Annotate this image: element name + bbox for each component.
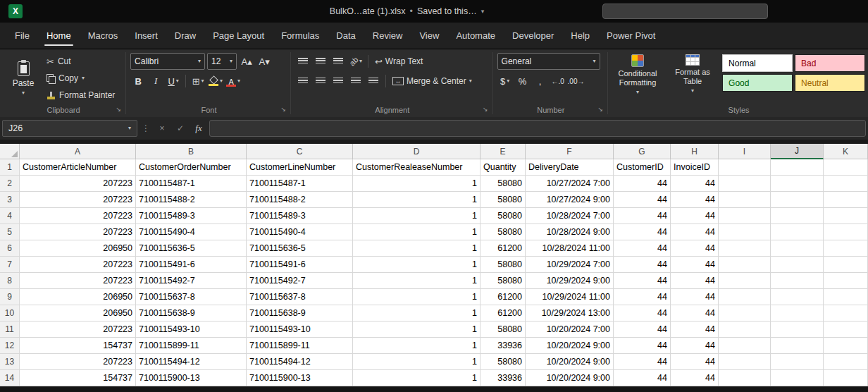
cell-B4[interactable]: 7100115489-3 bbox=[136, 208, 247, 224]
cell-G2[interactable]: 44 bbox=[614, 176, 671, 192]
orientation-button[interactable]: ab ▾ bbox=[348, 53, 364, 70]
cell-F10[interactable]: 10/29/2024 13:00 bbox=[526, 305, 614, 321]
cell-A7[interactable]: 207223 bbox=[20, 257, 136, 273]
cell-K4[interactable] bbox=[824, 208, 868, 224]
cell-C11[interactable]: 7100115493-10 bbox=[247, 321, 353, 338]
cell-B14[interactable]: 7100115900-13 bbox=[136, 370, 247, 386]
cell-C3[interactable]: 7100115488-2 bbox=[247, 192, 353, 208]
cell-I12[interactable] bbox=[719, 338, 771, 354]
column-header-C[interactable]: C bbox=[247, 144, 353, 159]
decrease-indent-button[interactable] bbox=[348, 73, 364, 90]
cell-K2[interactable] bbox=[824, 176, 868, 192]
cell-B13[interactable]: 7100115494-12 bbox=[136, 354, 247, 370]
cell-C14[interactable]: 7100115900-13 bbox=[247, 370, 353, 386]
row-header-9[interactable]: 9 bbox=[0, 289, 20, 305]
cell-J12[interactable] bbox=[771, 338, 824, 354]
cell-J10[interactable] bbox=[771, 305, 824, 321]
cell-D8[interactable]: 1 bbox=[353, 273, 480, 289]
cell-H10[interactable]: 44 bbox=[671, 305, 719, 321]
cell-K6[interactable] bbox=[824, 240, 868, 257]
cell-I7[interactable] bbox=[719, 257, 771, 273]
align-left-button[interactable] bbox=[295, 73, 311, 90]
cell-D11[interactable]: 1 bbox=[353, 321, 480, 338]
cell-I9[interactable] bbox=[719, 289, 771, 305]
cell-style-bad[interactable]: Bad bbox=[795, 54, 865, 72]
row-header-13[interactable]: 13 bbox=[0, 354, 20, 370]
cell-J7[interactable] bbox=[771, 257, 824, 273]
cell-E3[interactable]: 58080 bbox=[480, 192, 526, 208]
row-header-10[interactable]: 10 bbox=[0, 305, 20, 321]
cell-C12[interactable]: 7100115899-11 bbox=[247, 338, 353, 354]
cell-C8[interactable]: 7100115492-7 bbox=[247, 273, 353, 289]
cell-H8[interactable]: 44 bbox=[671, 273, 719, 289]
tab-power-pivot[interactable]: Power Pivot bbox=[599, 23, 663, 49]
cell-B8[interactable]: 7100115492-7 bbox=[136, 273, 247, 289]
column-header-J[interactable]: J bbox=[771, 144, 824, 159]
tab-draw[interactable]: Draw bbox=[167, 23, 204, 49]
cell-A2[interactable]: 207223 bbox=[20, 176, 136, 192]
cell-E13[interactable]: 58080 bbox=[480, 354, 526, 370]
cell-J1[interactable] bbox=[771, 159, 824, 176]
cell-G11[interactable]: 44 bbox=[614, 321, 671, 338]
cell-C2[interactable]: 7100115487-1 bbox=[247, 176, 353, 192]
cell-K11[interactable] bbox=[824, 321, 868, 338]
cell-A6[interactable]: 206950 bbox=[20, 240, 136, 257]
cell-J13[interactable] bbox=[771, 354, 824, 370]
cell-E9[interactable]: 61200 bbox=[480, 289, 526, 305]
cell-E6[interactable]: 61200 bbox=[480, 240, 526, 257]
cell-C6[interactable]: 7100115636-5 bbox=[247, 240, 353, 257]
cell-A5[interactable]: 207223 bbox=[20, 224, 136, 240]
cell-H11[interactable]: 44 bbox=[671, 321, 719, 338]
align-bottom-button[interactable] bbox=[330, 53, 346, 70]
column-header-F[interactable]: F bbox=[526, 144, 614, 159]
row-header-7[interactable]: 7 bbox=[0, 257, 20, 273]
cell-H4[interactable]: 44 bbox=[671, 208, 719, 224]
cell-F13[interactable]: 10/20/2024 9:00 bbox=[526, 354, 614, 370]
cell-A3[interactable]: 207223 bbox=[20, 192, 136, 208]
cell-G4[interactable]: 44 bbox=[614, 208, 671, 224]
cell-E1[interactable]: Quantity bbox=[480, 159, 526, 176]
align-right-button[interactable] bbox=[330, 73, 346, 90]
cell-F5[interactable]: 10/28/2024 9:00 bbox=[526, 224, 614, 240]
alignment-dialog-launcher-icon[interactable]: ↘ bbox=[483, 106, 488, 113]
row-header-11[interactable]: 11 bbox=[0, 321, 20, 338]
column-header-H[interactable]: H bbox=[671, 144, 719, 159]
row-header-14[interactable]: 14 bbox=[0, 370, 20, 386]
cell-J6[interactable] bbox=[771, 240, 824, 257]
cell-K12[interactable] bbox=[824, 338, 868, 354]
borders-button[interactable]: ⊞ ▾ bbox=[190, 73, 206, 90]
cell-G7[interactable]: 44 bbox=[614, 257, 671, 273]
increase-indent-button[interactable] bbox=[366, 73, 381, 90]
paste-button[interactable]: Paste ▾ bbox=[4, 53, 42, 104]
cell-D5[interactable]: 1 bbox=[353, 224, 480, 240]
cell-C7[interactable]: 7100115491-6 bbox=[247, 257, 353, 273]
cell-B1[interactable]: CustomerOrderNumber bbox=[136, 159, 247, 176]
cell-H2[interactable]: 44 bbox=[671, 176, 719, 192]
row-header-8[interactable]: 8 bbox=[0, 273, 20, 289]
align-middle-button[interactable] bbox=[313, 53, 328, 70]
cell-D1[interactable]: CustomerRealeaseNumber bbox=[353, 159, 480, 176]
row-header-2[interactable]: 2 bbox=[0, 176, 20, 192]
cell-J5[interactable] bbox=[771, 224, 824, 240]
bold-button[interactable]: B bbox=[130, 73, 146, 90]
row-header-4[interactable]: 4 bbox=[0, 208, 20, 224]
row-header-5[interactable]: 5 bbox=[0, 224, 20, 240]
tab-help[interactable]: Help bbox=[563, 23, 597, 49]
cell-G10[interactable]: 44 bbox=[614, 305, 671, 321]
fill-color-button[interactable]: ▾ bbox=[208, 73, 223, 90]
cell-D2[interactable]: 1 bbox=[353, 176, 480, 192]
chevron-down-icon[interactable]: ▾ bbox=[481, 8, 485, 15]
cell-A13[interactable]: 207223 bbox=[20, 354, 136, 370]
tab-file[interactable]: File bbox=[7, 23, 37, 49]
cell-K5[interactable] bbox=[824, 224, 868, 240]
cell-D9[interactable]: 1 bbox=[353, 289, 480, 305]
cell-B9[interactable]: 7100115637-8 bbox=[136, 289, 247, 305]
cell-D7[interactable]: 1 bbox=[353, 257, 480, 273]
formula-input[interactable] bbox=[209, 120, 866, 137]
enter-button[interactable]: ✓ bbox=[173, 121, 188, 136]
align-top-button[interactable] bbox=[295, 53, 311, 70]
merge-center-button[interactable]: ↔ Merge & Center ▾ bbox=[390, 73, 474, 90]
cell-B5[interactable]: 7100115490-4 bbox=[136, 224, 247, 240]
cell-B2[interactable]: 7100115487-1 bbox=[136, 176, 247, 192]
cell-E2[interactable]: 58080 bbox=[480, 176, 526, 192]
